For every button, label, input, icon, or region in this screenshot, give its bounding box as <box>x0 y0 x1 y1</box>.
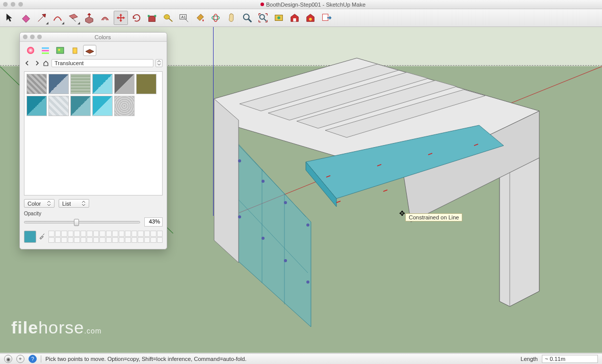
nav-home-icon[interactable] <box>42 60 49 67</box>
swatch[interactable] <box>114 96 135 116</box>
swatch[interactable] <box>92 74 113 94</box>
swatch[interactable] <box>114 74 135 94</box>
tool-flyout-icon <box>46 22 48 24</box>
textures-tab[interactable] <box>83 45 96 56</box>
svg-point-8 <box>244 14 249 20</box>
measurement-input[interactable]: ~ 0.11m <box>542 355 598 363</box>
slider-thumb-icon[interactable] <box>74 219 79 226</box>
watermark: filehorse.com <box>11 318 102 338</box>
line-tool[interactable] <box>35 11 49 25</box>
unsaved-indicator-icon <box>260 3 264 6</box>
close-window-icon[interactable] <box>3 2 8 7</box>
window-title: BoothDesign-Step001 - SketchUp Make <box>266 2 365 8</box>
opacity-label: Opacity <box>20 209 167 217</box>
paint-bucket-tool[interactable] <box>193 11 207 25</box>
user-icon[interactable]: ◉ <box>4 355 12 363</box>
color-mode-label: Color <box>28 201 41 207</box>
svg-point-21 <box>306 223 309 227</box>
material-swatches <box>24 71 163 195</box>
colors-panel[interactable]: Colors Translucent <box>19 32 167 249</box>
status-bar: ◉ ⌖ ? Pick two points to move. Option=co… <box>0 353 602 364</box>
swatch[interactable] <box>27 74 47 94</box>
list-mode-select[interactable]: List <box>59 199 89 208</box>
add-location-tool[interactable] <box>272 11 286 25</box>
status-hint: Pick two points to move. Option=copy, Sh… <box>45 356 246 362</box>
geolocation-icon[interactable]: ⌖ <box>16 355 24 363</box>
rectangle-tool[interactable] <box>66 11 81 25</box>
svg-rect-25 <box>42 50 49 51</box>
extension-warehouse-tool[interactable] <box>303 11 318 25</box>
zoom-tool[interactable] <box>240 11 254 25</box>
push-pull-tool[interactable] <box>82 11 96 25</box>
minimize-window-icon[interactable] <box>11 2 15 7</box>
move-tool[interactable] <box>114 11 128 25</box>
zoom-window-icon[interactable] <box>18 2 23 7</box>
svg-rect-12 <box>293 18 296 21</box>
svg-point-22 <box>306 281 309 284</box>
nav-back-icon[interactable] <box>24 60 31 67</box>
svg-rect-26 <box>42 52 49 54</box>
svg-point-19 <box>284 201 287 204</box>
credits-icon[interactable]: ? <box>29 355 37 363</box>
tape-measure-tool[interactable] <box>161 11 175 25</box>
send-to-layout-tool[interactable] <box>319 11 333 25</box>
svg-rect-2 <box>154 15 156 17</box>
eyedropper-icon[interactable] <box>38 233 46 241</box>
svg-point-6 <box>212 16 220 19</box>
tool-flyout-icon <box>62 22 64 24</box>
swatch[interactable] <box>70 96 91 116</box>
svg-point-7 <box>214 14 217 22</box>
crayons-tab[interactable] <box>68 45 82 56</box>
opacity-slider[interactable] <box>24 221 140 223</box>
color-wells-strip[interactable] <box>48 231 163 243</box>
color-sliders-tab[interactable] <box>39 45 52 56</box>
panel-minimize-icon[interactable] <box>30 35 35 39</box>
panel-close-icon[interactable] <box>23 35 28 39</box>
booth-3d-model[interactable] <box>153 44 545 329</box>
swatch[interactable] <box>48 74 69 94</box>
svg-point-11 <box>277 16 280 19</box>
opacity-value[interactable]: 43% <box>144 217 163 227</box>
length-label: Length <box>520 356 538 362</box>
colors-panel-titlebar[interactable]: Colors <box>20 33 167 42</box>
svg-rect-1 <box>148 15 150 17</box>
arc-tool[interactable] <box>50 11 65 25</box>
svg-point-16 <box>238 215 241 218</box>
scale-tool[interactable] <box>145 11 160 25</box>
orbit-tool[interactable] <box>208 11 223 25</box>
pan-tool[interactable] <box>224 11 239 25</box>
svg-point-13 <box>309 18 312 21</box>
nav-forward-icon[interactable] <box>33 60 40 67</box>
text-tool[interactable]: A1 <box>177 11 191 25</box>
color-mode-select[interactable]: Color <box>24 199 55 208</box>
svg-rect-24 <box>42 47 49 49</box>
svg-point-9 <box>260 15 265 19</box>
material-category-field[interactable]: Translucent <box>51 59 153 67</box>
svg-point-20 <box>284 259 287 262</box>
window-traffic-lights[interactable] <box>3 2 23 7</box>
image-palette-tab[interactable] <box>54 45 67 56</box>
swatch[interactable] <box>48 96 69 116</box>
zoom-extents-tool[interactable] <box>256 11 270 25</box>
material-category-label: Translucent <box>55 60 84 66</box>
swatch[interactable] <box>92 96 113 116</box>
3d-warehouse-tool[interactable] <box>287 11 302 25</box>
swatch[interactable] <box>27 96 47 116</box>
eraser-tool[interactable] <box>19 11 33 25</box>
rotate-tool[interactable] <box>129 11 144 25</box>
svg-rect-29 <box>73 48 77 53</box>
select-tool[interactable] <box>3 11 17 25</box>
offset-tool[interactable] <box>98 11 112 25</box>
colors-panel-title: Colors <box>42 34 164 40</box>
svg-rect-0 <box>149 16 155 21</box>
svg-point-18 <box>261 237 265 240</box>
swatch[interactable] <box>70 74 91 94</box>
main-toolbar: A1 <box>0 9 602 27</box>
color-wheel-tab[interactable] <box>24 45 37 56</box>
svg-rect-27 <box>57 47 64 53</box>
material-category-dropdown-icon[interactable] <box>155 59 163 67</box>
current-color-well[interactable] <box>24 231 36 243</box>
panel-zoom-icon[interactable] <box>37 35 42 39</box>
swatch[interactable] <box>136 74 156 94</box>
svg-text:A1: A1 <box>181 15 186 19</box>
